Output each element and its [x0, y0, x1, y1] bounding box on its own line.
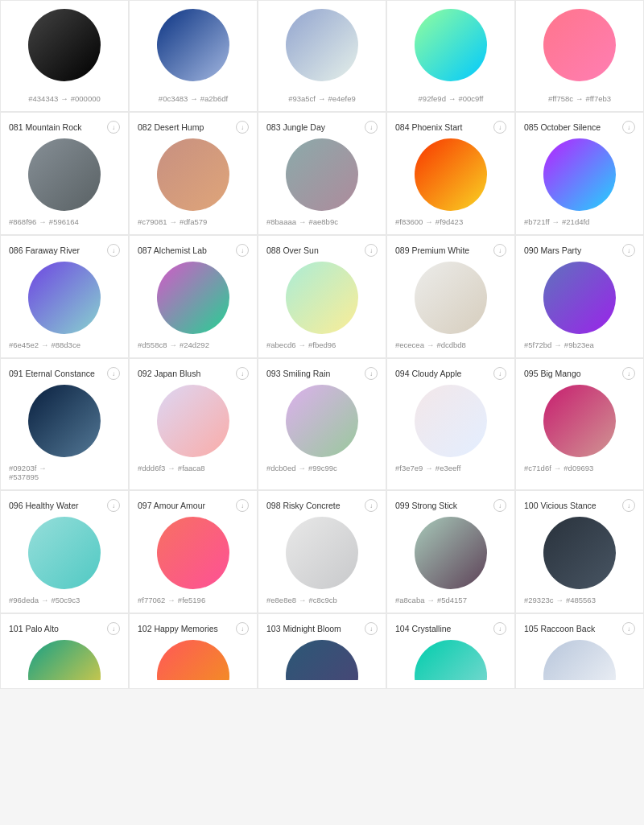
download-button-099[interactable]: ↓: [493, 499, 506, 512]
download-button-104[interactable]: ↓: [493, 622, 506, 635]
download-button-091[interactable]: ↓: [107, 367, 120, 380]
top-arrow-3: →: [448, 94, 456, 103]
download-button-085[interactable]: ↓: [622, 121, 635, 134]
circle-wrap-084: [395, 138, 506, 211]
card-title-104: 104 Crystalline: [395, 624, 451, 633]
download-button-094[interactable]: ↓: [493, 367, 506, 380]
card-title-089: 089 Premium White: [395, 245, 469, 255]
gradient-card-101: 101 Palo Alto ↓ #16a085 → #f4d03f: [0, 613, 129, 689]
card-title-096: 096 Healthy Water: [9, 501, 79, 510]
color-range-082: #c79081 → #dfa579: [138, 217, 249, 226]
color-range-099: #a8caba → #5d4157: [395, 596, 506, 604]
card-header-087: 087 Alchemist Lab ↓: [138, 244, 249, 257]
gradient-card-096: 096 Healthy Water ↓ #96deda → #50c9c3: [0, 490, 129, 613]
circle-wrap-105: [524, 640, 635, 680]
top-to-2: #e4efe9: [328, 94, 355, 103]
card-header-099: 099 Strong Stick ↓: [395, 499, 506, 512]
circle-099: [415, 517, 487, 589]
download-button-087[interactable]: ↓: [236, 244, 249, 257]
download-button-088[interactable]: ↓: [365, 244, 378, 257]
circle-105: [543, 640, 616, 680]
download-button-093[interactable]: ↓: [365, 367, 378, 380]
top-circle-2: [286, 9, 358, 81]
top-circle-wrap-3: [395, 9, 506, 88]
circle-wrap-098: [266, 517, 378, 589]
gradient-card-100: 100 Vicious Stance ↓ #29323c → #485563: [515, 490, 644, 613]
download-button-097[interactable]: ↓: [236, 499, 249, 512]
gradient-card-088: 088 Over Sun ↓ #abecd6 → #fbed96: [258, 235, 386, 358]
top-card-4: #ff758c → #ff7eb3: [515, 0, 644, 112]
circle-wrap-087: [138, 262, 249, 334]
download-button-102[interactable]: ↓: [236, 622, 249, 635]
download-button-089[interactable]: ↓: [493, 244, 506, 257]
circle-wrap-089: [395, 262, 506, 334]
circle-086: [28, 262, 101, 334]
card-header-089: 089 Premium White ↓: [395, 244, 506, 257]
top-circle-4: [543, 9, 616, 81]
circle-wrap-090: [524, 262, 635, 334]
gradient-card-084: 084 Phoenix Start ↓ #f83600 → #f9d423: [386, 112, 515, 235]
download-button-090[interactable]: ↓: [622, 244, 635, 257]
top-to-3: #00c9ff: [458, 94, 483, 103]
top-circle-1: [157, 9, 229, 81]
color-range-090: #5f72bd → #9b23ea: [524, 340, 635, 349]
circle-100: [543, 517, 616, 589]
gradient-card-090: 090 Mars Party ↓ #5f72bd → #9b23ea: [515, 235, 644, 358]
circle-wrap-095: [524, 385, 635, 457]
card-title-081: 081 Mountain Rock: [9, 122, 81, 132]
card-header-093: 093 Smiling Rain ↓: [266, 367, 378, 380]
color-range-100: #29323c → #485563: [524, 596, 635, 604]
gradient-card-083: 083 Jungle Day ↓ #8baaaa → #ae8b9c: [258, 112, 386, 235]
download-button-100[interactable]: ↓: [622, 499, 635, 512]
download-button-105[interactable]: ↓: [622, 622, 635, 635]
circle-093: [286, 385, 358, 457]
card-title-083: 083 Jungle Day: [266, 122, 325, 132]
card-header-105: 105 Raccoon Back ↓: [524, 622, 635, 635]
circle-097: [157, 517, 229, 589]
download-button-095[interactable]: ↓: [622, 367, 635, 380]
circle-094: [415, 385, 487, 457]
card-title-105: 105 Raccoon Back: [524, 624, 595, 633]
circle-101: [28, 640, 101, 680]
circle-wrap-096: [9, 517, 120, 589]
download-button-096[interactable]: ↓: [107, 499, 120, 512]
card-title-092: 092 Japan Blush: [138, 369, 200, 378]
gradient-card-094: 094 Cloudy Apple ↓ #f3e7e9 → #e3eeff: [386, 358, 515, 490]
color-range-086: #6e45e2 → #88d3ce: [9, 340, 120, 349]
card-header-098: 098 Risky Concrete ↓: [266, 499, 378, 512]
card-title-091: 091 Eternal Constance: [9, 369, 95, 378]
card-title-101: 101 Palo Alto: [9, 624, 59, 633]
circle-095: [543, 385, 616, 457]
card-header-081: 081 Mountain Rock ↓: [9, 121, 120, 134]
download-button-082[interactable]: ↓: [236, 121, 249, 134]
card-title-090: 090 Mars Party: [524, 245, 581, 255]
circle-091: [28, 385, 101, 457]
circle-wrap-082: [138, 138, 249, 211]
circle-wrap-103: [266, 640, 378, 680]
download-button-098[interactable]: ↓: [365, 499, 378, 512]
top-from-0: #434343: [28, 94, 58, 103]
gradient-card-092: 092 Japan Blush ↓ #ddd6f3 → #faaca8: [129, 358, 258, 490]
top-color-range-0: #434343 → #000000: [28, 94, 100, 103]
top-from-4: #ff758c: [548, 94, 573, 103]
top-arrow-1: →: [190, 94, 198, 103]
download-button-103[interactable]: ↓: [365, 622, 378, 635]
download-button-084[interactable]: ↓: [493, 121, 506, 134]
circle-wrap-081: [9, 138, 120, 211]
card-title-085: 085 October Silence: [524, 122, 601, 132]
top-card-0: #434343 → #000000: [0, 0, 129, 112]
download-button-086[interactable]: ↓: [107, 244, 120, 257]
card-header-082: 082 Desert Hump ↓: [138, 121, 249, 134]
download-button-092[interactable]: ↓: [236, 367, 249, 380]
gradient-card-103: 103 Midnight Bloom ↓ #2b5876 → #4e4376: [258, 613, 386, 689]
download-button-101[interactable]: ↓: [107, 622, 120, 635]
download-button-081[interactable]: ↓: [107, 121, 120, 134]
circle-083: [286, 138, 358, 211]
download-button-083[interactable]: ↓: [365, 121, 378, 134]
top-to-0: #000000: [71, 94, 101, 103]
circle-wrap-097: [138, 517, 249, 589]
color-range-085: #b721ff → #21d4fd: [524, 217, 635, 226]
top-card-1: #0c3483 → #a2b6df: [129, 0, 258, 112]
circle-wrap-100: [524, 517, 635, 589]
top-circle-wrap-1: [138, 9, 249, 88]
